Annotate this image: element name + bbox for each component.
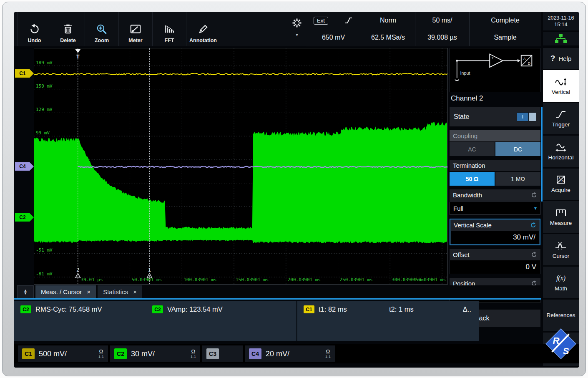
- menu-item-measure[interactable]: Measure: [543, 201, 579, 233]
- vertical-scale-value[interactable]: 30 mV/: [450, 231, 540, 244]
- svg-text:+: +: [491, 55, 494, 60]
- network-status-button[interactable]: [543, 32, 579, 45]
- channel-marker-c2[interactable]: C2: [15, 213, 34, 222]
- voltage-label: 189 mV: [36, 60, 53, 66]
- trigger-source-cell: Ext: [306, 12, 361, 29]
- trace-c2: [34, 121, 447, 243]
- channel-badge: C2: [20, 305, 31, 313]
- time-label: 200.03901 ms: [288, 277, 321, 282]
- termination-1mohm-button[interactable]: 1 MΩ: [495, 172, 540, 186]
- fx-icon: f(x): [556, 273, 565, 283]
- reset-icon[interactable]: [530, 222, 536, 228]
- menu-item-help[interactable]: ? Help: [543, 48, 579, 69]
- trigger-slope-icon: [344, 16, 353, 25]
- time-label: 50.03901 ms: [132, 277, 162, 282]
- oscilloscope-screen: Undo Delete Zoom Meter FFT Annotation: [14, 12, 579, 368]
- time-text: 15:14: [554, 21, 567, 28]
- coupling-section: Coupling AC DC: [450, 130, 540, 156]
- panel-title: Channel 2: [450, 92, 540, 105]
- settings-gear-button[interactable]: ▾: [289, 17, 304, 44]
- meter-button[interactable]: Meter: [119, 12, 153, 46]
- vertical-scale-icon: [555, 77, 567, 87]
- measurement-panel: C2 RMS-Cyc: 75.458 mV C2 VAmp: 123.54 mV…: [14, 301, 479, 341]
- coupling-dc-button[interactable]: DC: [495, 142, 540, 156]
- undo-button[interactable]: Undo: [18, 12, 51, 46]
- channel-status-c3[interactable]: C3: [202, 345, 243, 362]
- channel-bar: C1 500 mV/ Ω1:1 C2 30 mV/ Ω1:1 C3 C4 20 …: [14, 344, 579, 363]
- channel-marker-c4[interactable]: C4: [15, 162, 34, 171]
- state-toggle[interactable]: I: [517, 112, 536, 121]
- tool-label: Zoom: [95, 38, 109, 43]
- trigger-time-offset[interactable]: 39.008 µs: [415, 29, 470, 46]
- bandwidth-dropdown[interactable]: Full ▾: [450, 202, 540, 215]
- menu-item-acquire[interactable]: AD Acquire: [543, 169, 579, 200]
- reset-icon[interactable]: [531, 192, 537, 198]
- adc-d-label: D: [528, 61, 530, 66]
- channel-scale: 20 mV/: [266, 350, 321, 358]
- toggle-on-glyph: I: [517, 113, 528, 121]
- menu-item-trigger[interactable]: Trigger: [543, 103, 579, 135]
- cursor-t1-value: t1: 82 ms: [319, 305, 347, 313]
- ext-badge: Ext: [314, 17, 328, 25]
- trigger-edge-icon: [555, 109, 567, 119]
- trigger-position-marker: [75, 49, 81, 53]
- menu-item-references[interactable]: References: [543, 300, 579, 331]
- tool-label: Undo: [28, 38, 41, 43]
- time-label: 350.03901 ms: [413, 277, 446, 282]
- impedance-probe-indicator: Ω1:1: [98, 349, 104, 359]
- tab-meas-cursor[interactable]: Meas. / Cursor ×: [35, 285, 96, 298]
- channel-marker-c1[interactable]: C1: [15, 69, 34, 78]
- chevron-down-icon: ▾: [534, 205, 537, 211]
- tool-label: Meter: [128, 38, 142, 43]
- acquisition-mode[interactable]: Sample: [470, 29, 541, 46]
- trigger-source-button[interactable]: Ext: [306, 12, 336, 29]
- impedance-probe-indicator: Ω1:1: [325, 349, 331, 359]
- channel-status-c4[interactable]: C4 20 mV/ Ω1:1: [245, 345, 335, 362]
- channel-badge: C2: [152, 305, 163, 313]
- waveform-display[interactable]: 21T189 mV159 mV129 mV99 mV-51 mV-81 mV39…: [34, 48, 448, 285]
- voltage-label: 129 mV: [36, 107, 53, 112]
- time-label: 100.03901 ms: [183, 277, 216, 282]
- trigger-mode[interactable]: Norm: [361, 12, 415, 29]
- impedance-probe-indicator: Ω1:1: [191, 349, 196, 359]
- timebase[interactable]: 50 ms/: [415, 12, 470, 29]
- menu-item-vertical[interactable]: Vertical: [543, 70, 579, 102]
- annotation-button[interactable]: Annotation: [186, 12, 220, 46]
- coupling-ac-button[interactable]: AC: [450, 142, 495, 156]
- termination-section: Termination 50 Ω 1 MΩ: [450, 160, 540, 186]
- menu-item-horizontal[interactable]: Horizontal: [543, 136, 579, 167]
- channel-input-diagram: + − A D Input: [450, 48, 540, 92]
- datetime-display: 2023-11-16 15:14: [543, 12, 579, 30]
- meter-icon: [129, 23, 142, 35]
- undo-icon: [28, 23, 41, 35]
- menu-item-math[interactable]: f(x) Math: [543, 267, 579, 298]
- reset-icon[interactable]: [531, 252, 537, 258]
- tab-statistics[interactable]: Statistics ×: [98, 285, 142, 298]
- channel-status-c1[interactable]: C1 500 mV/ Ω1:1: [18, 345, 108, 362]
- delete-button[interactable]: Delete: [51, 12, 85, 46]
- channel-scale: 30 mV/: [131, 350, 186, 358]
- trigger-level[interactable]: 650 mV: [306, 29, 361, 46]
- main-menu-column: ? Help Vertical Trigger Horizontal AD Ac…: [543, 48, 579, 366]
- panel-scrollbar[interactable]: [541, 107, 543, 202]
- lan-network-icon: [555, 33, 567, 44]
- state-row: State I: [450, 107, 540, 126]
- cursor-results: C1 t1: 82 ms t2: 1 ms Δ..: [296, 301, 479, 341]
- channel-status-c2[interactable]: C2 30 mV/ Ω1:1: [110, 345, 200, 362]
- trigger-slope-button[interactable]: [336, 12, 361, 29]
- sort-results-button[interactable]: ▲▼: [17, 285, 34, 298]
- measurement-value: RMS-Cyc: 75.458 mV: [35, 305, 102, 313]
- close-icon[interactable]: ×: [87, 288, 90, 295]
- results-tab-bar: ▲▼ Meas. / Cursor × Statistics ×: [14, 285, 541, 300]
- fft-button[interactable]: FFT: [153, 12, 186, 46]
- close-icon[interactable]: ×: [133, 288, 137, 295]
- termination-50ohm-button[interactable]: 50 Ω: [450, 172, 495, 186]
- offset-section: Offset 0 V: [450, 249, 540, 274]
- measurement-results: C2 RMS-Cyc: 75.458 mV C2 VAmp: 123.54 mV: [14, 301, 296, 341]
- menu-item-cursor[interactable]: Cursor: [543, 234, 579, 266]
- sample-rate: 62.5 MSa/s: [361, 29, 415, 46]
- offset-value[interactable]: 0 V: [450, 260, 540, 274]
- zoom-button[interactable]: Zoom: [85, 12, 119, 46]
- trigger-label: T: [76, 53, 80, 60]
- toolbar: Undo Delete Zoom Meter FFT Annotation: [14, 12, 541, 46]
